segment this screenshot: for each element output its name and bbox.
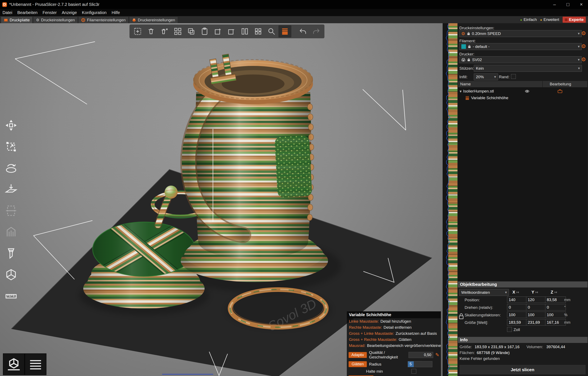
rotation-z-input[interactable]: 0 xyxy=(545,304,566,311)
info-header: Info xyxy=(458,337,588,343)
undo-icon[interactable] xyxy=(296,25,309,37)
print-settings-combo[interactable]: ⚙ 0.20mm SPEED ▾ xyxy=(459,30,582,37)
edit-pencil-icon[interactable]: ✎ xyxy=(435,352,439,358)
filament-combo[interactable]: - default - ▾ xyxy=(459,43,582,50)
model-mug[interactable] xyxy=(181,54,328,282)
eye-icon[interactable] xyxy=(525,90,530,93)
close-button[interactable]: × xyxy=(575,0,588,9)
brim-checkbox[interactable] xyxy=(511,74,516,79)
object-list-body xyxy=(458,87,587,281)
arrange-icon[interactable] xyxy=(171,25,184,37)
object-row[interactable]: ▾ IsolierHumpen.stl xyxy=(458,88,587,95)
menu-fenster[interactable]: Fenster xyxy=(40,9,59,16)
move-tool-icon[interactable] xyxy=(2,116,20,134)
add-instance-icon[interactable] xyxy=(211,25,224,37)
delete-all-icon[interactable] xyxy=(158,25,171,37)
position-x-input[interactable]: 140 xyxy=(507,297,528,303)
mode-erweitert[interactable]: ●Erweitert xyxy=(540,17,559,22)
info-size-label: Größe: xyxy=(460,345,472,349)
edit-object-icon[interactable] xyxy=(557,89,562,93)
position-z-input[interactable]: 83,58 xyxy=(545,297,566,303)
filament-gear-button[interactable]: ⚙ xyxy=(580,43,587,50)
green-dot-icon: ● xyxy=(520,18,522,21)
split-to-objects-icon[interactable] xyxy=(238,25,251,37)
preview-view-button[interactable] xyxy=(25,354,46,375)
split-to-parts-icon[interactable] xyxy=(252,25,265,37)
size-y-input[interactable]: 231,69 xyxy=(526,319,547,326)
scale-tool-icon[interactable] xyxy=(2,138,20,156)
info-facets-label: Flächen: xyxy=(460,351,475,355)
paste-icon[interactable] xyxy=(198,25,211,37)
delete-icon[interactable] xyxy=(145,25,158,37)
place-on-face-tool-icon[interactable] xyxy=(2,180,20,198)
variable-layer-height-icon[interactable] xyxy=(278,25,291,37)
menu-datei[interactable]: Datei xyxy=(0,9,15,16)
mmu-painting-tool-icon[interactable] xyxy=(2,266,20,284)
tab-druckplatte[interactable]: Druckplatte xyxy=(1,17,33,23)
menu-bearbeiten[interactable]: Bearbeiten xyxy=(15,9,40,16)
rotate-tool-icon[interactable] xyxy=(2,159,20,177)
coordinates-combo[interactable]: Weltkoordinaten ▾ xyxy=(459,289,509,296)
size-label: Größe [Welt]: xyxy=(465,320,488,325)
hint-row: Gross + Rechte Maustaste:Glätten xyxy=(347,336,441,343)
axis-mirror-icon[interactable] xyxy=(535,291,538,294)
scale-x-input[interactable]: 100 xyxy=(507,312,528,318)
mug-emblem xyxy=(275,135,312,198)
measure-tool-icon[interactable] xyxy=(2,287,20,305)
tab-label: Druckplatte xyxy=(10,18,30,22)
keep-min-checkbox[interactable] xyxy=(411,369,416,374)
axis-mirror-icon[interactable] xyxy=(554,291,557,294)
redo-icon[interactable] xyxy=(310,25,323,37)
layer-height-strip[interactable] xyxy=(443,23,457,376)
rotation-x-input[interactable]: 0 xyxy=(507,304,528,311)
expand-caret-icon[interactable]: ▾ xyxy=(458,89,463,94)
infill-label: Infill: xyxy=(459,75,468,79)
menu-bar: Datei Bearbeiten Fenster Anzeige Konfigu… xyxy=(0,9,588,16)
printer-combo[interactable]: SV02 ▾ xyxy=(459,56,582,63)
add-icon[interactable] xyxy=(131,25,144,37)
chevron-down-icon: ▾ xyxy=(578,31,580,36)
yellow-dot-icon: ● xyxy=(540,18,542,21)
minimize-button[interactable]: – xyxy=(548,0,561,9)
infill-combo[interactable]: 20% ▾ xyxy=(474,74,498,80)
copy-icon[interactable] xyxy=(185,25,198,37)
maximize-button[interactable]: □ xyxy=(561,0,575,9)
editor-view-button[interactable] xyxy=(3,354,25,375)
tab-druckereinstellungen[interactable]: Druckereinstellungen xyxy=(129,17,178,23)
mode-einfach[interactable]: ●Einfach xyxy=(520,17,537,22)
window-controls: – □ × xyxy=(548,0,588,9)
tab-filamenteinstellungen[interactable]: Filamenteinstellungen xyxy=(78,17,129,23)
axis-mirror-icon[interactable] xyxy=(516,291,519,294)
size-x-input[interactable]: 183,59 xyxy=(507,319,528,326)
adaptive-value-input[interactable]: 0,50 xyxy=(409,352,433,358)
inches-checkbox[interactable] xyxy=(507,327,512,332)
printer-icon xyxy=(461,58,465,62)
tab-label: Druckereinstellungen xyxy=(138,18,175,22)
adaptive-label: Qualität / Geschwindigkeit xyxy=(369,350,406,359)
tab-druckeinstellungen[interactable]: ⚙ Druckeinstellungen xyxy=(33,17,78,23)
radius-input[interactable]: 5 xyxy=(408,361,432,367)
menu-anzeige[interactable]: Anzeige xyxy=(59,9,79,16)
menu-hilfe[interactable]: Hilfe xyxy=(109,9,122,16)
supports-combo[interactable]: Kein ▾ xyxy=(474,65,582,72)
adaptive-button[interactable]: Adaptiv xyxy=(348,352,367,358)
inches-label: Zoll xyxy=(514,327,520,332)
search-icon[interactable] xyxy=(265,25,278,37)
rotation-y-input[interactable]: 0 xyxy=(526,304,547,311)
smooth-button[interactable]: Glätten xyxy=(348,361,367,367)
3d-viewport[interactable]: Sovol 3D xyxy=(0,23,443,376)
object-child-row[interactable]: Variable Schichthöhe xyxy=(458,95,587,101)
slice-now-button[interactable]: Jetzt slicen xyxy=(459,365,586,375)
mode-experte[interactable]: Experte xyxy=(562,17,586,23)
scale-z-input[interactable]: 100 xyxy=(545,312,566,318)
remove-instance-icon[interactable] xyxy=(225,25,238,37)
scale-y-input[interactable]: 100 xyxy=(526,312,547,318)
print-settings-gear-button[interactable]: ⚙ xyxy=(580,30,587,37)
position-y-input[interactable]: 120 xyxy=(526,297,547,303)
size-z-input[interactable]: 167,16 xyxy=(545,319,566,326)
uniform-scale-lock-icon[interactable] xyxy=(459,313,463,319)
manipulation-header: Objektbearbeitung xyxy=(458,281,588,288)
printer-gear-button[interactable]: ⚙ xyxy=(580,56,587,63)
seam-painting-tool-icon[interactable] xyxy=(2,244,20,262)
menu-konfiguration[interactable]: Konfiguration xyxy=(80,9,109,16)
